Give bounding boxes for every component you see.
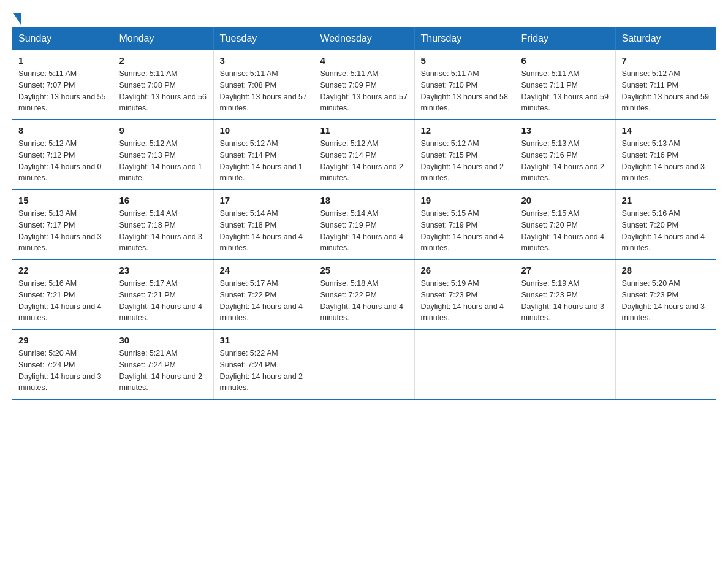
day-info: Sunrise: 5:12 AMSunset: 7:14 PMDaylight:… — [220, 138, 308, 184]
day-info: Sunrise: 5:21 AMSunset: 7:24 PMDaylight:… — [119, 348, 207, 394]
day-info: Sunrise: 5:11 AMSunset: 7:11 PMDaylight:… — [521, 68, 609, 114]
calendar-cell: 28 Sunrise: 5:20 AMSunset: 7:23 PMDaylig… — [615, 259, 716, 329]
calendar-cell: 8 Sunrise: 5:12 AMSunset: 7:12 PMDayligh… — [12, 120, 113, 190]
day-number: 18 — [320, 195, 408, 205]
calendar-cell: 26 Sunrise: 5:19 AMSunset: 7:23 PMDaylig… — [414, 259, 515, 329]
calendar-body: 1 Sunrise: 5:11 AMSunset: 7:07 PMDayligh… — [12, 50, 716, 399]
day-info: Sunrise: 5:16 AMSunset: 7:21 PMDaylight:… — [18, 278, 107, 324]
day-info: Sunrise: 5:19 AMSunset: 7:23 PMDaylight:… — [421, 278, 509, 324]
week-row-4: 22 Sunrise: 5:16 AMSunset: 7:21 PMDaylig… — [12, 259, 716, 329]
day-info: Sunrise: 5:19 AMSunset: 7:23 PMDaylight:… — [521, 278, 609, 324]
weekday-header-monday: Monday — [113, 27, 213, 50]
day-number: 3 — [220, 55, 308, 66]
day-info: Sunrise: 5:12 AMSunset: 7:14 PMDaylight:… — [320, 138, 408, 184]
calendar-cell: 7 Sunrise: 5:12 AMSunset: 7:11 PMDayligh… — [615, 50, 716, 120]
day-number: 6 — [521, 55, 609, 66]
calendar-cell: 2 Sunrise: 5:11 AMSunset: 7:08 PMDayligh… — [113, 50, 213, 120]
calendar-cell: 18 Sunrise: 5:14 AMSunset: 7:19 PMDaylig… — [314, 190, 414, 259]
day-number: 25 — [320, 265, 408, 275]
week-row-2: 8 Sunrise: 5:12 AMSunset: 7:12 PMDayligh… — [12, 120, 716, 190]
weekday-header-tuesday: Tuesday — [213, 27, 314, 50]
calendar-cell: 29 Sunrise: 5:20 AMSunset: 7:24 PMDaylig… — [12, 329, 113, 399]
calendar-cell: 11 Sunrise: 5:12 AMSunset: 7:14 PMDaylig… — [314, 120, 414, 190]
day-number: 2 — [119, 55, 207, 66]
day-info: Sunrise: 5:14 AMSunset: 7:18 PMDaylight:… — [119, 208, 207, 254]
day-number: 16 — [119, 195, 207, 205]
day-number: 21 — [622, 195, 710, 205]
day-info: Sunrise: 5:13 AMSunset: 7:16 PMDaylight:… — [521, 138, 609, 184]
day-info: Sunrise: 5:17 AMSunset: 7:22 PMDaylight:… — [220, 278, 308, 324]
day-number: 30 — [119, 335, 207, 345]
day-number: 11 — [320, 125, 408, 136]
calendar-cell — [314, 329, 414, 399]
weekday-header-wednesday: Wednesday — [314, 27, 414, 50]
day-info: Sunrise: 5:11 AMSunset: 7:08 PMDaylight:… — [220, 68, 308, 114]
calendar-cell: 31 Sunrise: 5:22 AMSunset: 7:24 PMDaylig… — [213, 329, 314, 399]
calendar-cell: 23 Sunrise: 5:17 AMSunset: 7:21 PMDaylig… — [113, 259, 213, 329]
day-number: 31 — [220, 335, 308, 345]
weekday-header-saturday: Saturday — [615, 27, 716, 50]
day-info: Sunrise: 5:16 AMSunset: 7:20 PMDaylight:… — [622, 208, 710, 254]
day-number: 24 — [220, 265, 308, 275]
calendar-cell — [515, 329, 615, 399]
day-number: 13 — [521, 125, 609, 136]
day-info: Sunrise: 5:22 AMSunset: 7:24 PMDaylight:… — [220, 348, 308, 394]
day-number: 19 — [421, 195, 509, 205]
day-number: 29 — [18, 335, 107, 345]
day-info: Sunrise: 5:12 AMSunset: 7:15 PMDaylight:… — [421, 138, 509, 184]
day-info: Sunrise: 5:11 AMSunset: 7:09 PMDaylight:… — [320, 68, 408, 114]
calendar-header: SundayMondayTuesdayWednesdayThursdayFrid… — [12, 27, 716, 50]
day-info: Sunrise: 5:20 AMSunset: 7:24 PMDaylight:… — [18, 348, 107, 394]
calendar-cell: 21 Sunrise: 5:16 AMSunset: 7:20 PMDaylig… — [615, 190, 716, 259]
day-number: 4 — [320, 55, 408, 66]
calendar-cell: 17 Sunrise: 5:14 AMSunset: 7:18 PMDaylig… — [213, 190, 314, 259]
logo — [12, 12, 22, 21]
day-info: Sunrise: 5:15 AMSunset: 7:20 PMDaylight:… — [521, 208, 609, 254]
day-number: 7 — [622, 55, 710, 66]
logo-triangle-icon — [13, 13, 21, 25]
calendar-cell: 15 Sunrise: 5:13 AMSunset: 7:17 PMDaylig… — [12, 190, 113, 259]
day-number: 26 — [421, 265, 509, 275]
weekday-header-thursday: Thursday — [414, 27, 515, 50]
calendar-cell: 12 Sunrise: 5:12 AMSunset: 7:15 PMDaylig… — [414, 120, 515, 190]
calendar-cell: 10 Sunrise: 5:12 AMSunset: 7:14 PMDaylig… — [213, 120, 314, 190]
calendar-cell: 20 Sunrise: 5:15 AMSunset: 7:20 PMDaylig… — [515, 190, 615, 259]
day-number: 17 — [220, 195, 308, 205]
calendar-cell: 14 Sunrise: 5:13 AMSunset: 7:16 PMDaylig… — [615, 120, 716, 190]
day-info: Sunrise: 5:17 AMSunset: 7:21 PMDaylight:… — [119, 278, 207, 324]
day-info: Sunrise: 5:14 AMSunset: 7:18 PMDaylight:… — [220, 208, 308, 254]
calendar-cell: 3 Sunrise: 5:11 AMSunset: 7:08 PMDayligh… — [213, 50, 314, 120]
day-number: 1 — [18, 55, 107, 66]
calendar-cell: 27 Sunrise: 5:19 AMSunset: 7:23 PMDaylig… — [515, 259, 615, 329]
day-info: Sunrise: 5:18 AMSunset: 7:22 PMDaylight:… — [320, 278, 408, 324]
day-number: 10 — [220, 125, 308, 136]
week-row-5: 29 Sunrise: 5:20 AMSunset: 7:24 PMDaylig… — [12, 329, 716, 399]
day-info: Sunrise: 5:13 AMSunset: 7:16 PMDaylight:… — [622, 138, 710, 184]
day-info: Sunrise: 5:15 AMSunset: 7:19 PMDaylight:… — [421, 208, 509, 254]
calendar-cell: 1 Sunrise: 5:11 AMSunset: 7:07 PMDayligh… — [12, 50, 113, 120]
day-info: Sunrise: 5:11 AMSunset: 7:08 PMDaylight:… — [119, 68, 207, 114]
calendar-table: SundayMondayTuesdayWednesdayThursdayFrid… — [12, 27, 716, 400]
weekday-header-sunday: Sunday — [12, 27, 113, 50]
day-number: 5 — [421, 55, 509, 66]
page-header — [12, 12, 716, 21]
weekday-header-friday: Friday — [515, 27, 615, 50]
calendar-cell: 22 Sunrise: 5:16 AMSunset: 7:21 PMDaylig… — [12, 259, 113, 329]
day-info: Sunrise: 5:12 AMSunset: 7:13 PMDaylight:… — [119, 138, 207, 184]
day-info: Sunrise: 5:12 AMSunset: 7:11 PMDaylight:… — [622, 68, 710, 114]
day-number: 23 — [119, 265, 207, 275]
calendar-cell: 5 Sunrise: 5:11 AMSunset: 7:10 PMDayligh… — [414, 50, 515, 120]
calendar-cell: 25 Sunrise: 5:18 AMSunset: 7:22 PMDaylig… — [314, 259, 414, 329]
calendar-cell: 13 Sunrise: 5:13 AMSunset: 7:16 PMDaylig… — [515, 120, 615, 190]
logo-text — [12, 12, 22, 23]
calendar-cell: 9 Sunrise: 5:12 AMSunset: 7:13 PMDayligh… — [113, 120, 213, 190]
weekday-row: SundayMondayTuesdayWednesdayThursdayFrid… — [12, 27, 716, 50]
day-info: Sunrise: 5:14 AMSunset: 7:19 PMDaylight:… — [320, 208, 408, 254]
week-row-1: 1 Sunrise: 5:11 AMSunset: 7:07 PMDayligh… — [12, 50, 716, 120]
calendar-cell — [414, 329, 515, 399]
day-number: 14 — [622, 125, 710, 136]
week-row-3: 15 Sunrise: 5:13 AMSunset: 7:17 PMDaylig… — [12, 190, 716, 259]
calendar-cell — [615, 329, 716, 399]
day-number: 8 — [18, 125, 107, 136]
day-info: Sunrise: 5:20 AMSunset: 7:23 PMDaylight:… — [622, 278, 710, 324]
